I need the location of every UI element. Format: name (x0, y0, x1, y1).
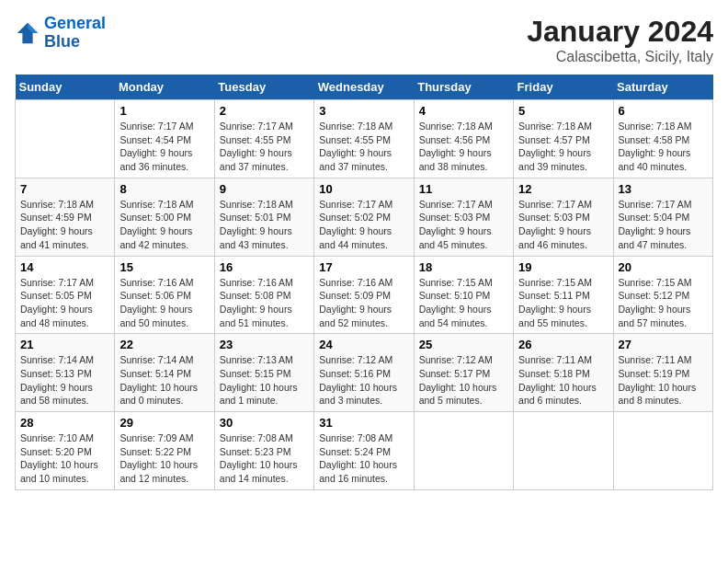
day-info: Sunrise: 7:18 AMSunset: 4:59 PMDaylight:… (20, 198, 109, 252)
calendar-cell: 27Sunrise: 7:11 AMSunset: 5:19 PMDayligh… (613, 334, 712, 412)
day-info: Sunrise: 7:18 AMSunset: 5:00 PMDaylight:… (119, 198, 209, 252)
day-number: 22 (119, 338, 209, 351)
day-header-friday: Friday (514, 75, 613, 100)
day-info: Sunrise: 7:18 AMSunset: 4:57 PMDaylight:… (518, 120, 608, 174)
calendar-cell: 23Sunrise: 7:13 AMSunset: 5:15 PMDayligh… (214, 334, 313, 412)
day-number: 4 (419, 104, 508, 118)
day-info: Sunrise: 7:14 AMSunset: 5:14 PMDaylight:… (119, 353, 209, 408)
day-info: Sunrise: 7:17 AMSunset: 4:54 PMDaylight:… (119, 120, 209, 174)
day-info: Sunrise: 7:11 AMSunset: 5:18 PMDaylight:… (518, 353, 608, 408)
day-number: 2 (220, 104, 309, 118)
calendar-cell: 24Sunrise: 7:12 AMSunset: 5:16 PMDayligh… (314, 334, 414, 412)
day-info: Sunrise: 7:18 AMSunset: 4:56 PMDaylight:… (419, 120, 508, 174)
day-info: Sunrise: 7:16 AMSunset: 5:08 PMDaylight:… (220, 276, 309, 330)
calendar-cell (16, 100, 115, 178)
day-number: 16 (220, 260, 309, 274)
day-info: Sunrise: 7:18 AMSunset: 5:01 PMDaylight:… (220, 198, 309, 252)
calendar-cell: 18Sunrise: 7:15 AMSunset: 5:10 PMDayligh… (414, 256, 513, 334)
calendar-cell: 31Sunrise: 7:08 AMSunset: 5:24 PMDayligh… (314, 412, 414, 490)
day-info: Sunrise: 7:17 AMSunset: 5:05 PMDaylight:… (20, 276, 109, 330)
day-info: Sunrise: 7:14 AMSunset: 5:13 PMDaylight:… (20, 353, 109, 408)
day-info: Sunrise: 7:17 AMSunset: 5:03 PMDaylight:… (518, 198, 608, 252)
calendar-cell (414, 412, 513, 490)
day-number: 23 (220, 338, 309, 351)
calendar-cell: 3Sunrise: 7:18 AMSunset: 4:55 PMDaylight… (314, 100, 414, 178)
calendar-title-block: January 2024 Calascibetta, Sicily, Italy (527, 15, 713, 65)
calendar-cell: 8Sunrise: 7:18 AMSunset: 5:00 PMDaylight… (115, 178, 214, 256)
day-header-row: SundayMondayTuesdayWednesdayThursdayFrid… (16, 75, 713, 100)
logo: General Blue (15, 15, 106, 52)
calendar-cell: 1Sunrise: 7:17 AMSunset: 4:54 PMDaylight… (115, 100, 214, 178)
calendar-cell: 29Sunrise: 7:09 AMSunset: 5:22 PMDayligh… (115, 412, 214, 490)
logo-icon (15, 20, 40, 46)
calendar-cell: 4Sunrise: 7:18 AMSunset: 4:56 PMDaylight… (414, 100, 513, 178)
day-number: 3 (319, 104, 408, 118)
day-number: 19 (518, 260, 608, 274)
calendar-cell: 17Sunrise: 7:16 AMSunset: 5:09 PMDayligh… (314, 256, 414, 334)
calendar-cell: 10Sunrise: 7:17 AMSunset: 5:02 PMDayligh… (314, 178, 414, 256)
calendar-cell: 16Sunrise: 7:16 AMSunset: 5:08 PMDayligh… (214, 256, 313, 334)
day-header-sunday: Sunday (16, 75, 115, 100)
calendar-week-2: 7Sunrise: 7:18 AMSunset: 4:59 PMDaylight… (16, 178, 713, 256)
day-info: Sunrise: 7:08 AMSunset: 5:23 PMDaylight:… (220, 431, 309, 486)
calendar-cell: 14Sunrise: 7:17 AMSunset: 5:05 PMDayligh… (16, 256, 115, 334)
logo-text: General Blue (44, 15, 106, 52)
calendar-title: January 2024 (527, 15, 713, 49)
day-number: 10 (319, 182, 408, 196)
day-info: Sunrise: 7:08 AMSunset: 5:24 PMDaylight:… (319, 431, 408, 486)
day-number: 27 (619, 338, 708, 351)
day-header-monday: Monday (115, 75, 214, 100)
day-info: Sunrise: 7:12 AMSunset: 5:16 PMDaylight:… (319, 353, 408, 408)
day-info: Sunrise: 7:17 AMSunset: 5:03 PMDaylight:… (419, 198, 508, 252)
calendar-cell (613, 412, 712, 490)
day-number: 7 (20, 182, 109, 196)
calendar-cell: 2Sunrise: 7:17 AMSunset: 4:55 PMDaylight… (214, 100, 313, 178)
calendar-cell: 26Sunrise: 7:11 AMSunset: 5:18 PMDayligh… (514, 334, 613, 412)
calendar-cell (514, 412, 613, 490)
day-number: 24 (319, 338, 408, 351)
day-number: 13 (619, 182, 708, 196)
day-number: 6 (619, 104, 708, 118)
day-number: 15 (119, 260, 209, 274)
calendar-cell: 21Sunrise: 7:14 AMSunset: 5:13 PMDayligh… (16, 334, 115, 412)
calendar-cell: 30Sunrise: 7:08 AMSunset: 5:23 PMDayligh… (214, 412, 313, 490)
day-info: Sunrise: 7:09 AMSunset: 5:22 PMDaylight:… (119, 431, 209, 486)
day-info: Sunrise: 7:15 AMSunset: 5:12 PMDaylight:… (619, 276, 708, 330)
calendar-cell: 20Sunrise: 7:15 AMSunset: 5:12 PMDayligh… (613, 256, 712, 334)
calendar-cell: 15Sunrise: 7:16 AMSunset: 5:06 PMDayligh… (115, 256, 214, 334)
calendar-cell: 13Sunrise: 7:17 AMSunset: 5:04 PMDayligh… (613, 178, 712, 256)
day-info: Sunrise: 7:10 AMSunset: 5:20 PMDaylight:… (20, 431, 109, 486)
calendar-cell: 11Sunrise: 7:17 AMSunset: 5:03 PMDayligh… (414, 178, 513, 256)
calendar-cell: 7Sunrise: 7:18 AMSunset: 4:59 PMDaylight… (16, 178, 115, 256)
day-info: Sunrise: 7:18 AMSunset: 4:58 PMDaylight:… (619, 120, 708, 174)
page-header: General Blue January 2024 Calascibetta, … (15, 15, 713, 65)
day-number: 14 (20, 260, 109, 274)
day-info: Sunrise: 7:17 AMSunset: 4:55 PMDaylight:… (220, 120, 309, 174)
day-info: Sunrise: 7:12 AMSunset: 5:17 PMDaylight:… (419, 353, 508, 408)
day-number: 11 (419, 182, 508, 196)
day-info: Sunrise: 7:17 AMSunset: 5:04 PMDaylight:… (619, 198, 708, 252)
day-number: 1 (119, 104, 209, 118)
day-info: Sunrise: 7:11 AMSunset: 5:19 PMDaylight:… (619, 353, 708, 408)
day-number: 9 (220, 182, 309, 196)
day-info: Sunrise: 7:16 AMSunset: 5:09 PMDaylight:… (319, 276, 408, 330)
day-number: 12 (518, 182, 608, 196)
calendar-body: 1Sunrise: 7:17 AMSunset: 4:54 PMDaylight… (16, 100, 713, 490)
calendar-cell: 12Sunrise: 7:17 AMSunset: 5:03 PMDayligh… (514, 178, 613, 256)
day-number: 31 (319, 416, 408, 430)
calendar-subtitle: Calascibetta, Sicily, Italy (527, 49, 713, 65)
day-info: Sunrise: 7:16 AMSunset: 5:06 PMDaylight:… (119, 276, 209, 330)
day-info: Sunrise: 7:13 AMSunset: 5:15 PMDaylight:… (220, 353, 309, 408)
day-header-saturday: Saturday (613, 75, 712, 100)
day-number: 29 (119, 416, 209, 430)
day-number: 5 (518, 104, 608, 118)
day-info: Sunrise: 7:18 AMSunset: 4:55 PMDaylight:… (319, 120, 408, 174)
calendar-header: SundayMondayTuesdayWednesdayThursdayFrid… (16, 75, 713, 100)
calendar-week-3: 14Sunrise: 7:17 AMSunset: 5:05 PMDayligh… (16, 256, 713, 334)
calendar-cell: 22Sunrise: 7:14 AMSunset: 5:14 PMDayligh… (115, 334, 214, 412)
calendar-cell: 9Sunrise: 7:18 AMSunset: 5:01 PMDaylight… (214, 178, 313, 256)
day-number: 8 (119, 182, 209, 196)
calendar-week-1: 1Sunrise: 7:17 AMSunset: 4:54 PMDaylight… (16, 100, 713, 178)
day-header-tuesday: Tuesday (214, 75, 313, 100)
day-number: 30 (220, 416, 309, 430)
